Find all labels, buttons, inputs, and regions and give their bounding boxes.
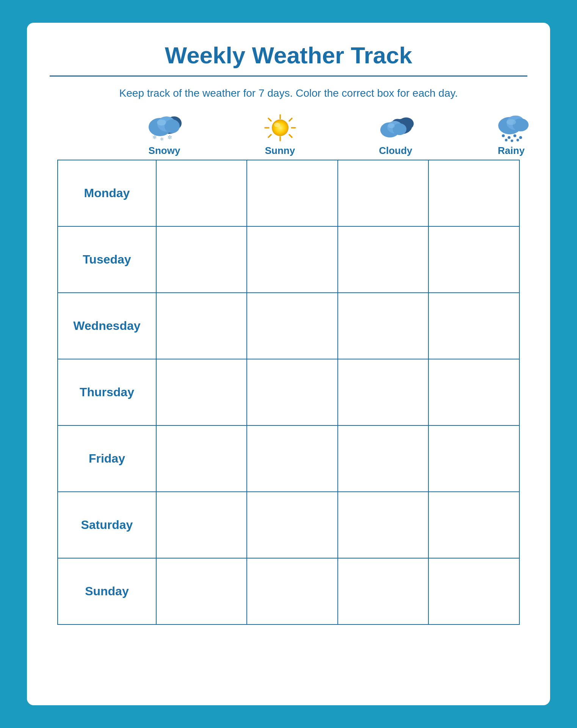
- title-divider: [50, 75, 527, 77]
- svg-point-30: [502, 134, 505, 137]
- rainy-header: Rainy: [453, 113, 569, 160]
- day-sunday: Sunday: [58, 558, 156, 624]
- day-thursday: Thursday: [58, 359, 156, 425]
- thursday-rainy-cell[interactable]: [428, 359, 519, 425]
- svg-line-13: [268, 118, 271, 121]
- saturday-sunny-cell[interactable]: [247, 492, 338, 558]
- svg-point-24: [392, 123, 406, 135]
- svg-point-34: [505, 139, 507, 141]
- table-row: Saturday: [58, 492, 519, 558]
- rainy-icon: [492, 113, 530, 143]
- wednesday-cloudy-cell[interactable]: [338, 293, 429, 359]
- monday-sunny-cell[interactable]: [247, 160, 338, 226]
- cloudy-icon: [377, 113, 415, 143]
- svg-point-5: [157, 119, 166, 126]
- page-container: Weekly Weather Track Keep track of the w…: [27, 23, 550, 705]
- day-wednesday: Wednesday: [58, 293, 156, 359]
- friday-snowy-cell[interactable]: [156, 425, 247, 492]
- wednesday-sunny-cell[interactable]: [247, 293, 338, 359]
- tuesday-cloudy-cell[interactable]: [338, 226, 429, 293]
- wednesday-snowy-cell[interactable]: [156, 293, 247, 359]
- wednesday-rainy-cell[interactable]: [428, 293, 519, 359]
- friday-rainy-cell[interactable]: [428, 425, 519, 492]
- thursday-snowy-cell[interactable]: [156, 359, 247, 425]
- table-row: Thursday: [58, 359, 519, 425]
- thursday-sunny-cell[interactable]: [247, 359, 338, 425]
- page-title: Weekly Weather Track: [165, 42, 412, 69]
- svg-text:❄: ❄: [152, 134, 157, 140]
- sunday-sunny-cell[interactable]: [247, 558, 338, 624]
- svg-point-18: [274, 122, 280, 127]
- svg-point-25: [388, 123, 395, 128]
- svg-point-31: [508, 136, 511, 139]
- monday-snowy-cell[interactable]: [156, 160, 247, 226]
- svg-line-14: [289, 135, 292, 137]
- sunny-header: Sunny: [222, 113, 338, 160]
- table-row: Monday: [58, 160, 519, 226]
- tuesday-sunny-cell[interactable]: [247, 226, 338, 293]
- snowy-header: ❄ ❄ ✼ Snowy: [107, 113, 222, 160]
- day-monday: Monday: [58, 160, 156, 226]
- table-row: Sunday: [58, 558, 519, 624]
- monday-cloudy-cell[interactable]: [338, 160, 429, 226]
- sunny-label: Sunny: [265, 145, 295, 157]
- friday-cloudy-cell[interactable]: [338, 425, 429, 492]
- svg-point-4: [165, 119, 180, 133]
- monday-rainy-cell[interactable]: [428, 160, 519, 226]
- cloudy-label: Cloudy: [379, 145, 412, 157]
- svg-line-15: [289, 118, 292, 121]
- svg-line-16: [268, 135, 271, 137]
- snowy-label: Snowy: [149, 145, 180, 157]
- friday-sunny-cell[interactable]: [247, 425, 338, 492]
- svg-text:❄: ❄: [160, 136, 164, 142]
- saturday-snowy-cell[interactable]: [156, 492, 247, 558]
- tracker-table: Monday Tuseday Wednesday: [57, 160, 520, 625]
- sunny-icon: [261, 113, 299, 143]
- tuesday-rainy-cell[interactable]: [428, 226, 519, 293]
- weather-icons-header: ❄ ❄ ✼ Snowy: [107, 113, 569, 160]
- day-tuesday: Tuseday: [58, 226, 156, 293]
- svg-point-32: [513, 134, 516, 137]
- rainy-label: Rainy: [498, 145, 525, 157]
- day-saturday: Saturday: [58, 492, 156, 558]
- sunday-rainy-cell[interactable]: [428, 558, 519, 624]
- snowy-icon: ❄ ❄ ✼: [146, 113, 183, 143]
- svg-point-17: [272, 119, 288, 136]
- table-row: Friday: [58, 425, 519, 492]
- saturday-rainy-cell[interactable]: [428, 492, 519, 558]
- svg-text:✼: ✼: [168, 134, 172, 140]
- subtitle: Keep track of the weather for 7 days. Co…: [119, 87, 458, 99]
- sunday-cloudy-cell[interactable]: [338, 558, 429, 624]
- saturday-cloudy-cell[interactable]: [338, 492, 429, 558]
- day-friday: Friday: [58, 425, 156, 492]
- table-row: Wednesday: [58, 293, 519, 359]
- svg-point-33: [519, 136, 522, 139]
- sunday-snowy-cell[interactable]: [156, 558, 247, 624]
- cloudy-header: Cloudy: [338, 113, 453, 160]
- svg-point-36: [516, 139, 519, 141]
- svg-point-35: [511, 140, 513, 142]
- svg-point-29: [506, 119, 516, 125]
- tuesday-snowy-cell[interactable]: [156, 226, 247, 293]
- thursday-cloudy-cell[interactable]: [338, 359, 429, 425]
- table-row: Tuseday: [58, 226, 519, 293]
